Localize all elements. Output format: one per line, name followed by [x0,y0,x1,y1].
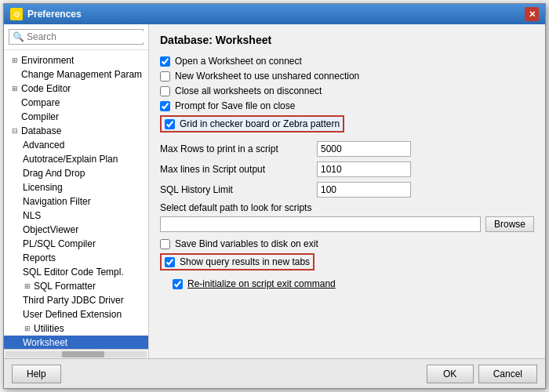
search-box: 🔍 [4,24,148,50]
sidebar-item-nls[interactable]: NLS [4,209,148,223]
close-all-checkbox[interactable] [160,86,170,96]
sidebar-item-label: Drag And Drop [23,168,85,179]
checkbox-row-save-bind: Save Bind variables to disk on exit [160,238,534,249]
path-section-label: Select default path to look for scripts [160,202,534,213]
expand-icon: ⊞ [10,84,20,93]
tree-area: ⊞ Environment Change Management Param ⊞ … [4,50,148,349]
expand-icon: ⊞ [23,324,32,333]
sidebar-item-advanced[interactable]: Advanced [4,138,148,152]
search-input[interactable] [27,31,144,42]
checkbox-row-reinitialize: Re-initialize on script exit command [160,278,534,289]
sidebar-item-database[interactable]: ⊟ Database [4,124,148,138]
sidebar: 🔍 ⊞ Environment Change Management Param … [4,24,149,358]
panel-title: Database: Worksheet [160,34,534,46]
sidebar-item-label: PL/SQL Compiler [23,238,96,249]
sidebar-item-label: Reports [23,252,56,263]
sidebar-item-change-mgmt[interactable]: Change Management Param [4,67,148,82]
reinitialize-checkbox[interactable] [173,279,183,289]
sidebar-item-drag-drop[interactable]: Drag And Drop [4,166,148,180]
sidebar-item-objectviewer[interactable]: ObjectViewer [4,223,148,237]
search-icon: 🔍 [13,31,24,42]
sidebar-item-label: ObjectViewer [23,224,78,235]
prompt-save-label[interactable]: Prompt for Save file on close [175,100,295,111]
help-button[interactable]: Help [12,365,61,383]
show-query-label[interactable]: Show query results in new tabs [180,256,310,267]
sidebar-item-environment[interactable]: ⊞ Environment [4,53,148,67]
path-input[interactable] [160,216,481,232]
scrollbar-thumb [62,351,104,358]
max-lines-input[interactable] [317,162,411,177]
sidebar-item-label: Utilities [34,323,64,334]
expand-icon: ⊞ [10,56,20,65]
sidebar-item-label: Environment [21,55,74,66]
footer: Help OK Cancel [4,358,545,388]
spacer-icon [10,112,20,122]
sidebar-item-code-editor[interactable]: ⊞ Code Editor [4,82,148,96]
max-lines-label: Max lines in Script output [160,164,317,175]
window-title: Preferences [27,9,82,20]
sidebar-item-worksheet[interactable]: Worksheet [4,336,148,349]
sidebar-item-label: Compiler [21,111,59,122]
show-query-checkbox[interactable] [165,257,175,267]
save-bind-label[interactable]: Save Bind variables to disk on exit [175,238,318,249]
main-panel: Database: Worksheet Open a Worksheet on … [149,24,545,358]
show-query-highlighted-row: Show query results in new tabs [160,253,314,270]
sidebar-item-nav-filter[interactable]: Navigation Filter [4,194,148,209]
close-button[interactable]: ✕ [525,7,539,21]
max-rows-label: Max Rows to print in a script [160,143,317,154]
sidebar-item-plsql[interactable]: PL/SQL Compiler [4,237,148,251]
sidebar-item-label: Compare [21,97,60,108]
grid-checker-checkbox[interactable] [165,119,175,129]
checkbox-row-open-worksheet: Open a Worksheet on connect [160,56,534,67]
sidebar-item-label: Advanced [23,140,64,151]
sidebar-item-label: User Defined Extension [23,309,122,320]
titlebar: ⚙ Preferences ✕ [4,4,545,24]
max-rows-input[interactable] [317,141,411,157]
collapse-icon: ⊟ [10,126,20,136]
expand-icon: ⊞ [23,281,32,291]
titlebar-left: ⚙ Preferences [10,8,82,20]
ok-button[interactable]: OK [427,365,474,383]
max-lines-row: Max lines in Script output [160,162,534,177]
checkbox-row-prompt-save: Prompt for Save file on close [160,100,534,111]
sidebar-item-compare[interactable]: Compare [4,96,148,110]
sql-history-label: SQL History Limit [160,184,317,195]
cancel-button[interactable]: Cancel [478,365,537,383]
horizontal-scrollbar[interactable] [4,349,148,358]
sidebar-item-label: Worksheet [23,337,67,348]
sidebar-item-label: SQL Editor Code Templ. [23,267,124,278]
sidebar-item-compiler[interactable]: Compiler [4,110,148,124]
open-worksheet-checkbox[interactable] [160,56,170,67]
sidebar-item-user-defined[interactable]: User Defined Extension [4,307,148,321]
new-worksheet-label[interactable]: New Worksheet to use unshared connection [175,71,359,82]
sidebar-item-sql-editor[interactable]: SQL Editor Code Templ. [4,265,148,279]
sidebar-item-label: Autotrace/Explain Plan [23,154,118,165]
prompt-save-checkbox[interactable] [160,101,170,111]
sidebar-item-autotrace[interactable]: Autotrace/Explain Plan [4,152,148,166]
sidebar-item-label: Third Party JDBC Driver [23,295,124,306]
sidebar-item-utilities[interactable]: ⊞ Utilities [4,321,148,336]
sidebar-item-third-party[interactable]: Third Party JDBC Driver [4,293,148,307]
sql-history-row: SQL History Limit [160,182,534,198]
max-rows-row: Max Rows to print in a script [160,141,534,157]
new-worksheet-checkbox[interactable] [160,71,170,82]
sidebar-item-licensing[interactable]: Licensing [4,180,148,194]
window-icon: ⚙ [10,8,23,20]
preferences-window: ⚙ Preferences ✕ 🔍 ⊞ Environment [3,3,546,389]
sidebar-item-sql-formatter[interactable]: ⊞ SQL Formatter [4,279,148,293]
sidebar-item-reports[interactable]: Reports [4,251,148,265]
path-row: Browse [160,216,534,232]
sql-history-input[interactable] [317,182,411,198]
sidebar-item-label: SQL Formatter [34,281,96,292]
sidebar-item-label: NLS [23,210,41,221]
close-all-label[interactable]: Close all worksheets on disconnect [175,85,322,96]
browse-button[interactable]: Browse [485,216,534,232]
save-bind-checkbox[interactable] [160,239,170,249]
grid-checker-label[interactable]: Grid in checker board or Zebra pattern [180,118,340,129]
sidebar-item-label: Licensing [23,182,63,193]
reinitialize-label[interactable]: Re-initialize on script exit command [187,278,336,289]
search-input-wrap[interactable]: 🔍 [9,29,144,45]
open-worksheet-label[interactable]: Open a Worksheet on connect [175,56,302,67]
sidebar-item-label: Change Management Param [21,69,142,80]
content-area: 🔍 ⊞ Environment Change Management Param … [4,24,545,358]
